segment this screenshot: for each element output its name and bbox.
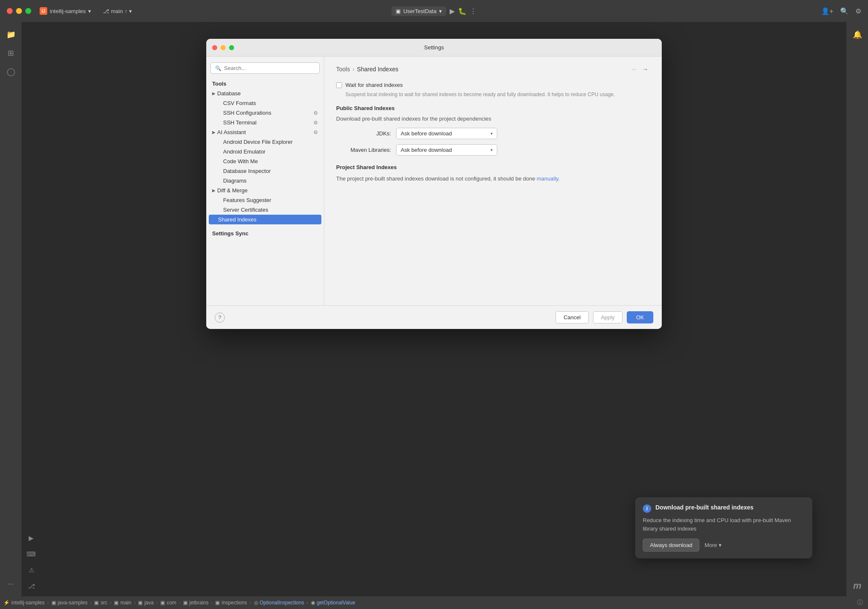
settings-item-diagrams[interactable]: Diagrams	[206, 176, 324, 186]
vcs-icon[interactable]: ◯	[3, 64, 19, 79]
settings-icon[interactable]: ⚙	[855, 7, 861, 15]
statusbar-get-optional-icon: ◉	[311, 600, 315, 606]
statusbar-get-optional-link[interactable]: getOptionalValue	[317, 600, 355, 606]
toast-info-icon: i	[643, 504, 651, 513]
settings-item-database-inspector[interactable]: Database Inspector	[206, 166, 324, 176]
wait-shared-indexes-help: Suspend local indexing to wait for share…	[345, 91, 650, 98]
nav-back-button[interactable]: ←	[630, 65, 639, 73]
statusbar-module: java-samples	[58, 600, 88, 606]
settings-item-ai-assistant[interactable]: ▶ AI Assistant ⚙	[206, 127, 324, 137]
title-bar: IJ intellij-samples ▾ ⎇ main ↑ ▾ ▣ UserT…	[0, 0, 868, 22]
maximize-button[interactable]	[25, 8, 31, 14]
maven-dropdown-value: Ask before download	[401, 147, 452, 153]
branch-name: main	[111, 8, 123, 14]
branch-icon: ⎇	[103, 8, 109, 14]
settings-item-server-certs[interactable]: Server Certificates	[206, 205, 324, 215]
ai-badge-icon: ⚙	[313, 129, 318, 135]
diff-expand-arrow-icon: ▶	[212, 188, 216, 193]
more-tools-icon[interactable]: ···	[3, 576, 19, 591]
ok-button[interactable]: OK	[627, 311, 653, 323]
nav-forward-button[interactable]: →	[641, 65, 650, 73]
wait-shared-indexes-checkbox[interactable]	[336, 82, 342, 88]
run-config-dropdown-icon: ▾	[439, 8, 442, 14]
settings-search-input[interactable]	[224, 65, 315, 71]
statusbar-optional-inspections-icon: ◎	[254, 600, 258, 606]
toast-title: Download pre-built shared indexes	[655, 504, 754, 511]
settings-item-android-device[interactable]: Android Device File Explorer	[206, 137, 324, 147]
dialog-minimize-button[interactable]	[221, 45, 226, 50]
project-name: intellij-samples	[50, 8, 86, 14]
add-profile-icon[interactable]: 👤+	[821, 7, 833, 15]
status-bar: ⚡ intellij-samples › ▣ java-samples › ▣ …	[0, 596, 868, 609]
statusbar-project-path: ⚡ intellij-samples › ▣ java-samples › ▣ …	[3, 600, 355, 606]
search-icon[interactable]: 🔍	[840, 7, 849, 15]
toast-header: i Download pre-built shared indexes	[643, 504, 805, 513]
settings-item-csv-formats[interactable]: CSV Formats	[206, 98, 324, 108]
statusbar-inspections-icon: ▣	[215, 600, 220, 606]
maven-label: Maven Libraries:	[336, 147, 391, 153]
cancel-button[interactable]: Cancel	[555, 311, 588, 323]
breadcrumb-separator-icon: ›	[353, 66, 355, 73]
ai-expand-arrow-icon: ▶	[212, 130, 216, 135]
settings-item-ssh-terminal[interactable]: SSH Terminal ⚙	[206, 118, 324, 127]
toast-actions: Always download More ▾	[643, 539, 805, 552]
jdks-dropdown[interactable]: Ask before download ▾	[396, 128, 497, 139]
dialog-title: Settings	[424, 44, 444, 51]
settings-item-ssh-configurations[interactable]: SSH Configurations ⚙	[206, 108, 324, 118]
maven-dropdown[interactable]: Ask before download ▾	[396, 144, 497, 156]
project-icon: IJ	[40, 7, 47, 15]
manually-link[interactable]: manually	[537, 175, 558, 182]
statusbar-com: com	[167, 600, 176, 606]
breadcrumb-current: Shared Indexes	[357, 66, 398, 73]
project-text-after: .	[558, 175, 560, 182]
dialog-maximize-button[interactable]	[229, 45, 234, 50]
settings-item-diff-merge[interactable]: ▶ Diff & Merge	[206, 186, 324, 195]
dialog-close-button[interactable]	[212, 45, 217, 50]
wait-shared-indexes-label: Wait for shared indexes	[345, 82, 403, 88]
more-button[interactable]: More ▾	[704, 542, 722, 548]
run-configuration[interactable]: ▣ UserTestData ▾	[391, 6, 446, 16]
more-label: More	[704, 542, 717, 548]
close-button[interactable]	[7, 8, 13, 14]
nav-arrows: ← →	[630, 65, 650, 73]
dialog-traffic-lights	[212, 45, 234, 50]
public-shared-indexes-title: Public Shared Indexes	[336, 105, 650, 111]
branch-selector[interactable]: ⎇ main ↑ ▾	[103, 8, 132, 14]
toast-body: Reduce the indexing time and CPU load wi…	[643, 516, 805, 533]
more-chevron-icon: ▾	[719, 542, 722, 548]
minimize-button[interactable]	[16, 8, 22, 14]
structure-icon[interactable]: ⊞	[3, 46, 19, 61]
maven-dropdown-arrow-icon: ▾	[491, 148, 493, 152]
always-download-button[interactable]: Always download	[643, 539, 699, 552]
statusbar-jetbrains: jetbrains	[189, 600, 208, 606]
run-button[interactable]: ▶	[450, 7, 455, 15]
settings-item-features-suggester[interactable]: Features Suggester	[206, 195, 324, 205]
ssh-terminal-badge-icon: ⚙	[313, 120, 318, 126]
statusbar-info-icon[interactable]: ⓘ	[855, 598, 865, 607]
project-files-icon[interactable]: 📁	[3, 27, 19, 42]
statusbar-optional-inspections-link[interactable]: OptionalInspections	[260, 600, 304, 606]
settings-search-box[interactable]: 🔍	[210, 62, 320, 74]
tools-section-header: Tools	[206, 78, 324, 89]
settings-item-code-with-me[interactable]: Code With Me	[206, 156, 324, 166]
branch-dropdown-icon: ▾	[129, 8, 132, 14]
apply-button[interactable]: Apply	[593, 311, 623, 323]
dialog-body: 🔍 Tools ▶ Database CSV Formats SSH Conf	[206, 57, 662, 305]
statusbar-project-icon: ⚡	[3, 600, 10, 606]
settings-item-database[interactable]: ▶ Database	[206, 89, 324, 98]
help-button[interactable]: ?	[215, 313, 225, 323]
public-shared-indexes-description: Download pre-built shared indexes for th…	[336, 116, 650, 122]
statusbar-com-icon: ▣	[160, 600, 165, 606]
project-selector[interactable]: IJ intellij-samples ▾	[40, 7, 91, 15]
settings-item-android-emulator[interactable]: Android Emulator	[206, 147, 324, 156]
settings-dialog: Settings 🔍 Tools ▶	[206, 39, 662, 329]
notifications-icon[interactable]: 🔔	[850, 27, 865, 42]
wait-for-shared-indexes-row: Wait for shared indexes	[336, 82, 650, 88]
project-shared-indexes-text: The project pre-built shared indexes dow…	[336, 175, 650, 183]
footer-buttons: Cancel Apply OK	[555, 311, 653, 323]
settings-item-shared-indexes[interactable]: Shared Indexes	[209, 215, 321, 224]
more-actions-button[interactable]: ⋮	[470, 7, 477, 15]
search-small-icon: 🔍	[215, 65, 221, 71]
settings-nav-sidebar: 🔍 Tools ▶ Database CSV Formats SSH Conf	[206, 57, 324, 305]
debug-button[interactable]: 🐛	[458, 7, 466, 15]
